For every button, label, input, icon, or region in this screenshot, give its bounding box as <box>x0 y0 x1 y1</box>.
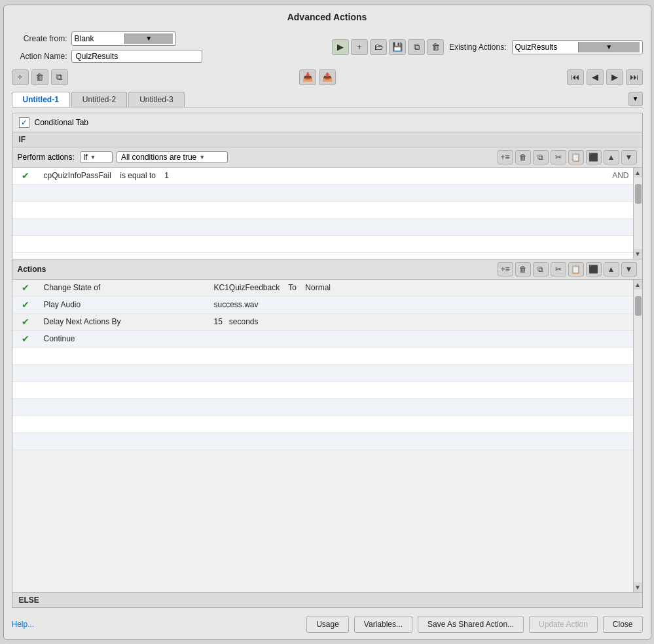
action-name-input[interactable] <box>71 50 202 63</box>
nav-next-button[interactable]: ▶ <box>606 69 623 85</box>
help-link[interactable]: Help... <box>12 620 35 629</box>
empty-condition-row <box>12 202 633 219</box>
add-action-row-btn[interactable]: +≡ <box>498 262 513 276</box>
empty-action-row <box>12 348 633 365</box>
actions-list: ✔ Change State of KC1QuizFeedback To Nor… <box>12 280 633 592</box>
close-button[interactable]: Close <box>603 616 643 633</box>
create-from-select[interactable]: Blank ▼ <box>71 31 176 46</box>
condition-content-1: cpQuizInfoPassFail is equal to 1 <box>39 171 594 180</box>
add-tab-button[interactable]: + <box>12 69 29 85</box>
main-panel: ✓ Conditional Tab IF Perform actions: If… <box>12 113 643 608</box>
actions-scrollbar[interactable]: ▲ ▼ <box>633 280 642 592</box>
nav-last-button[interactable]: ⏭ <box>626 69 643 85</box>
top-row: Create from: Blank ▼ Action Name: ▶ + 🗁 … <box>12 31 643 63</box>
up-condition-btn[interactable]: ▲ <box>604 150 619 164</box>
if-select-value: If <box>83 153 88 162</box>
copy-condition-btn[interactable]: ⧉ <box>533 150 549 164</box>
condition-row: ✔ cpQuizInfoPassFail is equal to 1 AND <box>12 168 633 185</box>
paste-condition-btn[interactable]: 📋 <box>568 150 584 164</box>
condition-check-1[interactable]: ✔ <box>12 170 39 181</box>
update-action-button[interactable]: Update Action <box>529 616 598 633</box>
delete-condition-btn[interactable]: 🗑 <box>515 150 531 164</box>
tab-untitled-3[interactable]: Untitled-3 <box>128 92 184 107</box>
conditions-scrollbar[interactable]: ▲ ▼ <box>633 168 642 259</box>
export-button[interactable]: 📤 <box>319 69 336 85</box>
cut-action-btn[interactable]: ✂ <box>551 262 566 276</box>
copy-top-button[interactable]: ⧉ <box>408 39 425 55</box>
action-check-2[interactable]: ✔ <box>12 299 39 310</box>
copy-tab-button[interactable]: ⧉ <box>51 69 68 85</box>
actions-scroll-thumb[interactable] <box>635 296 642 316</box>
create-from-label: Create from: <box>12 34 67 43</box>
actions-area: ✔ Change State of KC1QuizFeedback To Nor… <box>12 280 642 592</box>
action-name-1: Change State of <box>39 283 209 292</box>
paste-action-btn[interactable]: 📋 <box>568 262 584 276</box>
condition-select-value: All conditions are true <box>121 153 196 162</box>
action-check-3[interactable]: ✔ <box>12 316 39 327</box>
top-right: ▶ + 🗁 💾 ⧉ 🗑 Existing Actions: QuizResult… <box>332 39 642 55</box>
action-check-1[interactable]: ✔ <box>12 282 39 293</box>
play-button[interactable]: ▶ <box>332 39 349 55</box>
actions-scroll-up[interactable]: ▲ <box>633 280 642 290</box>
action-name-4: Continue <box>39 334 209 343</box>
actions-icon-group: +≡ 🗑 ⧉ ✂ 📋 ⬛ ▲ ▼ <box>498 262 637 276</box>
import-button[interactable]: 📥 <box>299 69 316 85</box>
conditions-area: ✔ cpQuizInfoPassFail is equal to 1 AND ▲… <box>12 168 642 259</box>
variables-button[interactable]: Variables... <box>354 616 412 633</box>
existing-actions-label: Existing Actions: <box>449 43 506 52</box>
add-condition-btn[interactable]: +≡ <box>498 150 513 164</box>
save-shared-button[interactable]: Save As Shared Action... <box>418 616 524 633</box>
if-select[interactable]: If ▼ <box>80 151 113 163</box>
scroll-up-arrow[interactable]: ▲ <box>633 168 642 178</box>
delete-tab-button[interactable]: 🗑 <box>31 69 48 85</box>
tabs-container: Untitled-1 Untitled-2 Untitled-3 ▼ <box>12 92 643 107</box>
indent-action-btn[interactable]: ⬛ <box>586 262 602 276</box>
conditions-icon-group: +≡ 🗑 ⧉ ✂ 📋 ⬛ ▲ ▼ <box>498 150 637 164</box>
scroll-thumb[interactable] <box>635 184 642 204</box>
action-value-2: success.wav <box>209 300 633 309</box>
delete-action-btn[interactable]: 🗑 <box>515 262 531 276</box>
action-check-4[interactable]: ✔ <box>12 333 39 344</box>
tab-untitled-2[interactable]: Untitled-2 <box>71 92 127 107</box>
action-value-3: 15 seconds <box>209 317 633 326</box>
tab-dropdown-arrow[interactable]: ▼ <box>628 92 643 106</box>
actions-section-label: Actions <box>18 265 46 274</box>
down-action-btn[interactable]: ▼ <box>621 262 637 276</box>
save-button[interactable]: 💾 <box>389 39 406 55</box>
cut-condition-btn[interactable]: ✂ <box>551 150 566 164</box>
add-action-button[interactable]: + <box>351 39 368 55</box>
actions-scroll-down[interactable]: ▼ <box>633 582 642 592</box>
bottom-left: Help... <box>12 620 35 629</box>
conditional-checkbox[interactable]: ✓ <box>19 117 29 128</box>
tab-untitled-1[interactable]: Untitled-1 <box>12 92 70 107</box>
condition-select[interactable]: All conditions are true ▼ <box>117 151 228 163</box>
action-row-3: ✔ Delay Next Actions By 15 seconds <box>12 314 633 331</box>
action-name-label: Action Name: <box>12 52 67 61</box>
if-section-label: IF <box>12 132 642 147</box>
action-row-4: ✔ Continue <box>12 331 633 348</box>
existing-actions-select[interactable]: QuizResults ▼ <box>512 40 643 54</box>
nav-prev-button[interactable]: ◀ <box>587 69 604 85</box>
copy-action-btn[interactable]: ⧉ <box>533 262 549 276</box>
nav-first-button[interactable]: ⏮ <box>567 69 584 85</box>
open-folder-button[interactable]: 🗁 <box>370 39 387 55</box>
existing-actions-arrow[interactable]: ▼ <box>578 42 640 52</box>
conditions-toolbar: Perform actions: If ▼ All conditions are… <box>12 147 642 168</box>
condition-select-arrow: ▼ <box>199 154 205 161</box>
existing-actions-value: QuizResults <box>515 43 576 52</box>
up-action-btn[interactable]: ▲ <box>604 262 619 276</box>
create-from-arrow[interactable]: ▼ <box>124 33 173 44</box>
indent-condition-btn[interactable]: ⬛ <box>586 150 602 164</box>
if-select-arrow: ▼ <box>90 154 96 161</box>
delete-top-button[interactable]: 🗑 <box>427 39 444 55</box>
down-condition-btn[interactable]: ▼ <box>621 150 637 164</box>
scroll-down-arrow[interactable]: ▼ <box>633 249 642 259</box>
usage-button[interactable]: Usage <box>306 616 349 633</box>
actions-toolbar: Actions +≡ 🗑 ⧉ ✂ 📋 ⬛ ▲ ▼ <box>12 259 642 280</box>
create-from-row: Create from: Blank ▼ <box>12 31 202 46</box>
bottom-buttons: Help... Usage Variables... Save As Share… <box>12 613 643 633</box>
actions-scroll-track[interactable] <box>634 290 642 582</box>
scroll-track[interactable] <box>634 178 642 249</box>
empty-action-row <box>12 382 633 399</box>
empty-condition-row <box>12 185 633 202</box>
